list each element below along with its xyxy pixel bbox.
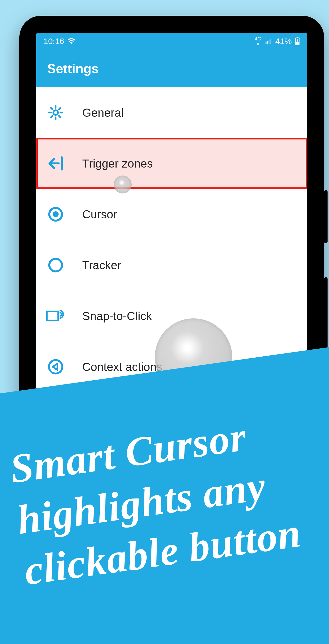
settings-item-label: General: [82, 106, 124, 119]
battery-charging-icon: [295, 37, 300, 45]
svg-rect-1: [297, 37, 298, 38]
wifi-icon: [67, 37, 75, 45]
settings-item-label: Snap-to-Click: [82, 310, 152, 323]
status-bar: 10:16 4G⇵ 41%: [36, 33, 307, 50]
svg-point-9: [49, 360, 62, 373]
snap-to-click-icon: [46, 306, 65, 326]
svg-point-6: [53, 211, 59, 218]
settings-item-label: Context actions: [82, 360, 162, 374]
settings-item-tracker[interactable]: Tracker: [36, 240, 307, 290]
promo-banner: Smart Cursor highlights any clickable bu…: [0, 345, 329, 644]
status-battery-text: 41%: [275, 36, 292, 46]
app-bar: Settings: [36, 50, 307, 87]
settings-item-label: Trigger zones: [82, 157, 153, 170]
settings-item-snap-to-click[interactable]: Snap-to-Click: [36, 290, 307, 341]
settings-item-label: Tracker: [82, 258, 121, 272]
settings-item-label: Cursor: [82, 208, 117, 221]
settings-item-general[interactable]: General: [36, 87, 307, 138]
svg-point-7: [49, 259, 62, 272]
settings-item-trigger-zones[interactable]: Trigger zones: [36, 138, 307, 189]
context-actions-icon: [46, 357, 65, 376]
trigger-zone-icon: [46, 154, 65, 173]
signal-icon: [265, 38, 272, 45]
gear-icon: [46, 103, 65, 122]
cursor-icon: [46, 204, 65, 224]
svg-rect-2: [296, 42, 299, 45]
svg-point-3: [53, 110, 58, 115]
status-time: 10:16: [43, 36, 64, 46]
status-network: 4G⇵: [255, 36, 261, 46]
svg-rect-8: [47, 311, 58, 320]
phone-side-button: [324, 190, 328, 243]
settings-item-cursor[interactable]: Cursor: [36, 189, 307, 240]
page-title: Settings: [47, 61, 99, 76]
promo-text: Smart Cursor highlights any clickable bu…: [7, 399, 329, 597]
tracker-icon: [46, 256, 65, 275]
